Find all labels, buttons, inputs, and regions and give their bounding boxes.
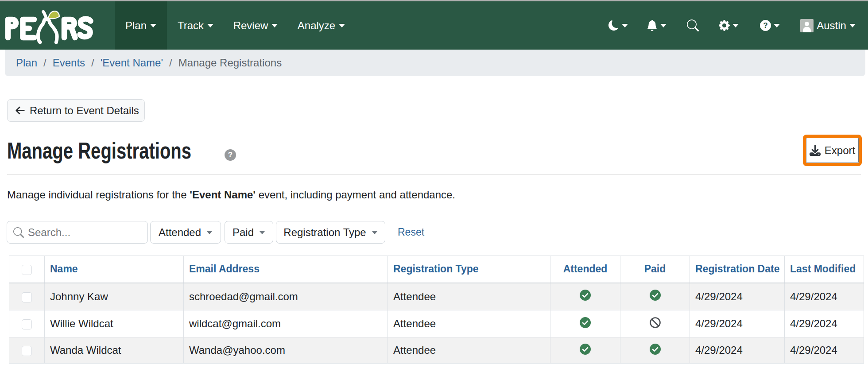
svg-text:?: ? [763,21,768,30]
